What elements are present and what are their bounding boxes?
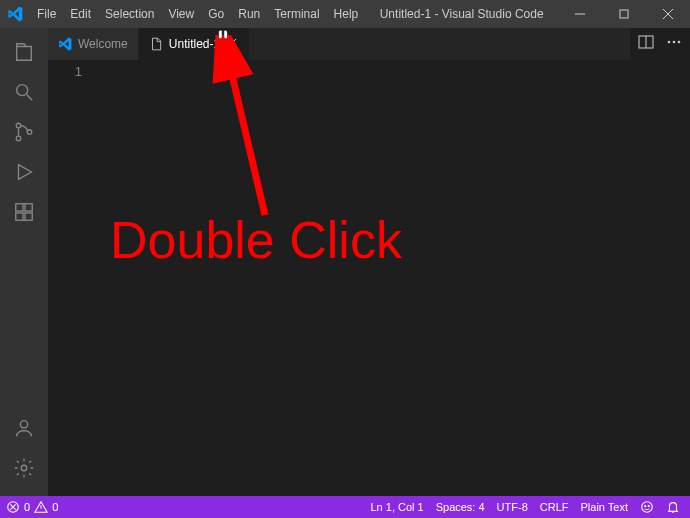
line-gutter: 1 <box>48 60 94 496</box>
menu-file[interactable]: File <box>30 0 63 28</box>
accounts-icon[interactable] <box>0 408 48 448</box>
svg-rect-5 <box>16 204 23 211</box>
main-area: Welcome Untitled-1 <box>0 28 690 496</box>
svg-point-18 <box>648 506 649 507</box>
tab-label: Welcome <box>78 37 128 51</box>
menu-edit[interactable]: Edit <box>63 0 98 28</box>
vscode-tab-icon <box>58 37 72 51</box>
minimize-button[interactable] <box>558 0 602 28</box>
close-button[interactable] <box>646 0 690 28</box>
source-control-icon[interactable] <box>0 112 48 152</box>
svg-point-17 <box>645 506 646 507</box>
menu-view[interactable]: View <box>161 0 201 28</box>
svg-point-14 <box>678 41 681 44</box>
status-problems[interactable]: 0 0 <box>6 500 58 514</box>
status-feedback-icon[interactable] <box>640 500 654 514</box>
svg-rect-0 <box>620 10 628 18</box>
menu-help[interactable]: Help <box>327 0 366 28</box>
code-area[interactable] <box>94 60 690 496</box>
tab-bar[interactable]: Welcome Untitled-1 <box>48 28 690 60</box>
status-spaces[interactable]: Spaces: 4 <box>436 501 485 513</box>
status-encoding[interactable]: UTF-8 <box>497 501 528 513</box>
editor-body[interactable]: 1 <box>48 60 690 496</box>
editor-actions <box>630 28 690 60</box>
status-eol[interactable]: CRLF <box>540 501 569 513</box>
errors-count: 0 <box>24 501 30 513</box>
status-language[interactable]: Plain Text <box>581 501 629 513</box>
vscode-logo-icon <box>0 6 30 22</box>
activity-bar <box>0 28 48 496</box>
menu-go[interactable]: Go <box>201 0 231 28</box>
svg-rect-8 <box>25 204 32 211</box>
tab-label: Untitled-1 <box>169 37 220 51</box>
settings-gear-icon[interactable] <box>0 448 48 488</box>
search-icon[interactable] <box>0 72 48 112</box>
svg-point-2 <box>16 123 21 128</box>
explorer-icon[interactable] <box>0 32 48 72</box>
more-actions-icon[interactable] <box>666 34 682 54</box>
title-bar: File Edit Selection View Go Run Terminal… <box>0 0 690 28</box>
svg-rect-6 <box>16 213 23 220</box>
menu-terminal[interactable]: Terminal <box>267 0 326 28</box>
menu-run[interactable]: Run <box>231 0 267 28</box>
status-position[interactable]: Ln 1, Col 1 <box>370 501 423 513</box>
svg-point-12 <box>668 41 671 44</box>
svg-rect-7 <box>25 213 32 220</box>
svg-point-9 <box>20 421 27 428</box>
status-bell-icon[interactable] <box>666 500 680 514</box>
file-icon <box>149 37 163 51</box>
editor-area: Welcome Untitled-1 <box>48 28 690 496</box>
svg-point-3 <box>16 136 21 141</box>
svg-point-10 <box>21 465 27 471</box>
svg-point-13 <box>673 41 676 44</box>
svg-point-1 <box>17 85 28 96</box>
warnings-count: 0 <box>52 501 58 513</box>
split-editor-icon[interactable] <box>638 34 654 54</box>
menu-bar: File Edit Selection View Go Run Terminal… <box>30 0 365 28</box>
tab-untitled-1[interactable]: Untitled-1 <box>139 28 249 60</box>
extensions-icon[interactable] <box>0 192 48 232</box>
close-icon[interactable] <box>226 37 238 52</box>
run-debug-icon[interactable] <box>0 152 48 192</box>
tab-welcome[interactable]: Welcome <box>48 28 139 60</box>
window-controls <box>558 0 690 28</box>
maximize-button[interactable] <box>602 0 646 28</box>
status-bar: 0 0 Ln 1, Col 1 Spaces: 4 UTF-8 CRLF Pla… <box>0 496 690 518</box>
line-number: 1 <box>48 64 82 79</box>
window-title: Untitled-1 - Visual Studio Code <box>365 7 558 21</box>
svg-point-16 <box>642 502 653 513</box>
menu-selection[interactable]: Selection <box>98 0 161 28</box>
